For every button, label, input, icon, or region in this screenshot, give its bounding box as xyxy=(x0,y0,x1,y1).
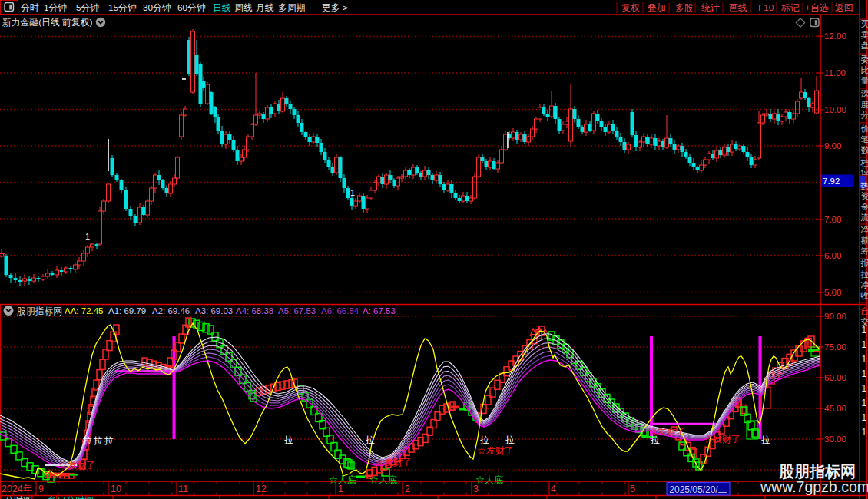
svg-text:30.00: 30.00 xyxy=(824,435,846,444)
svg-text:F10: F10 xyxy=(758,2,774,13)
svg-text:1: 1 xyxy=(862,412,867,423)
svg-text:笔: 笔 xyxy=(861,134,868,144)
svg-text:2024年: 2024年 xyxy=(2,484,32,494)
svg-text:位: 位 xyxy=(861,167,868,176)
svg-text:7.92: 7.92 xyxy=(823,177,840,186)
svg-text:AA: 72.45: AA: 72.45 xyxy=(65,306,104,316)
svg-text:复权: 复权 xyxy=(621,2,640,13)
svg-text:11: 11 xyxy=(178,484,188,494)
svg-text:10: 10 xyxy=(111,484,121,494)
svg-text:12.00: 12.00 xyxy=(824,31,846,41)
svg-text:标记: 标记 xyxy=(781,2,800,13)
svg-text:股朋指标网: 股朋指标网 xyxy=(778,463,856,480)
svg-text:拉: 拉 xyxy=(82,435,92,446)
svg-text:更多 >: 更多 > xyxy=(322,2,348,13)
svg-text:周线: 周线 xyxy=(234,2,253,13)
svg-text:1分钟: 1分钟 xyxy=(44,2,67,13)
svg-text:A1: 69.79: A1: 69.79 xyxy=(108,306,146,316)
svg-text:金: 金 xyxy=(861,202,868,211)
svg-text:9: 9 xyxy=(38,484,44,494)
svg-text:7.00: 7.00 xyxy=(824,215,841,224)
svg-text:日线: 日线 xyxy=(213,2,231,13)
svg-text:额: 额 xyxy=(861,236,868,245)
svg-text:11.00: 11.00 xyxy=(824,68,846,78)
svg-text:1: 1 xyxy=(862,383,867,394)
svg-text:拉: 拉 xyxy=(861,269,868,279)
svg-text:多日分时图: 多日分时图 xyxy=(48,495,94,499)
svg-text:画线: 画线 xyxy=(729,2,747,13)
svg-text:2: 2 xyxy=(405,484,410,494)
svg-text:流: 流 xyxy=(860,213,868,222)
svg-text:价: 价 xyxy=(861,124,868,133)
svg-text:返回: 返回 xyxy=(835,2,853,13)
svg-text:比: 比 xyxy=(861,65,868,74)
svg-text:60分钟: 60分钟 xyxy=(177,2,206,13)
svg-text:分: 分 xyxy=(861,111,868,120)
svg-text:☆发财了: ☆发财了 xyxy=(375,457,412,468)
svg-text:4: 4 xyxy=(551,484,556,494)
svg-text:☆发财了: ☆发财了 xyxy=(704,434,740,444)
svg-text:5.00: 5.00 xyxy=(824,288,841,297)
svg-text:1: 1 xyxy=(338,484,343,494)
svg-text:新力金融(日线.前复权): 新力金融(日线.前复权) xyxy=(2,17,92,28)
svg-text:1: 1 xyxy=(85,232,90,241)
svg-text:45.00: 45.00 xyxy=(824,404,846,413)
svg-text:30分钟: 30分钟 xyxy=(143,2,171,13)
svg-text:6.00: 6.00 xyxy=(824,251,841,260)
svg-text:75.00: 75.00 xyxy=(824,342,846,352)
svg-text:A2: 69.46: A2: 69.46 xyxy=(152,306,190,316)
svg-text:收: 收 xyxy=(861,291,868,300)
svg-text:3: 3 xyxy=(473,484,479,494)
svg-text:A3: 69.03: A3: 69.03 xyxy=(195,306,233,316)
svg-text:A: 67.53: A: 67.53 xyxy=(363,306,396,316)
svg-text:10.00: 10.00 xyxy=(824,105,846,114)
svg-text:净: 净 xyxy=(861,280,868,289)
svg-text:拉: 拉 xyxy=(104,435,114,446)
svg-text:15分钟: 15分钟 xyxy=(108,2,137,13)
svg-text:1: 1 xyxy=(862,427,867,438)
svg-text:筹: 筹 xyxy=(861,246,868,256)
svg-text:☆大底: ☆大底 xyxy=(475,474,503,485)
svg-text:☆发财了: ☆发财了 xyxy=(648,426,685,437)
svg-text:1: 1 xyxy=(862,339,867,350)
svg-text:+自选: +自选 xyxy=(805,2,829,13)
svg-text:拉: 拉 xyxy=(365,435,375,445)
svg-text:拉: 拉 xyxy=(505,435,515,445)
svg-text:9.00: 9.00 xyxy=(824,141,841,150)
svg-text:12: 12 xyxy=(256,484,267,494)
svg-text:多股: 多股 xyxy=(675,2,694,13)
svg-text:A6: 66.54: A6: 66.54 xyxy=(321,306,359,316)
svg-text:☆大底: ☆大底 xyxy=(369,474,397,485)
svg-text:1: 1 xyxy=(862,398,867,408)
svg-text:报: 报 xyxy=(861,259,868,268)
svg-text:1: 1 xyxy=(862,325,867,335)
svg-text:☆发财了: ☆发财了 xyxy=(477,445,514,456)
svg-text:数: 数 xyxy=(861,145,868,154)
svg-text:☆发财了: ☆发财了 xyxy=(58,460,95,471)
svg-text:资: 资 xyxy=(861,191,868,200)
svg-text:拉: 拉 xyxy=(93,435,103,446)
svg-text:60.00: 60.00 xyxy=(824,373,846,382)
svg-text:买: 买 xyxy=(861,19,868,28)
svg-text:卖: 卖 xyxy=(861,30,868,39)
svg-text:自: 自 xyxy=(861,306,868,316)
svg-text:拉: 拉 xyxy=(283,435,293,445)
svg-text:1: 1 xyxy=(350,188,355,197)
svg-text:A4: 68.38: A4: 68.38 xyxy=(236,306,273,316)
svg-text:月线: 月线 xyxy=(256,2,274,13)
svg-text:90.00: 90.00 xyxy=(824,312,846,321)
svg-text:拉: 拉 xyxy=(479,435,489,445)
svg-text:分时: 分时 xyxy=(21,2,39,13)
svg-text:热: 热 xyxy=(860,181,868,190)
svg-text:净: 净 xyxy=(861,225,868,234)
svg-text:www.7gpzb.com: www.7gpzb.com xyxy=(760,478,868,495)
svg-text:2025/05/20/二: 2025/05/20/二 xyxy=(669,484,727,495)
svg-text:拉: 拉 xyxy=(760,435,770,445)
svg-text:委: 委 xyxy=(861,55,868,64)
svg-text:A5: 67.53: A5: 67.53 xyxy=(278,306,316,316)
svg-text:5分钟: 5分钟 xyxy=(76,2,99,13)
svg-text:5: 5 xyxy=(630,484,635,494)
svg-text:盘: 盘 xyxy=(861,41,868,50)
svg-text:深: 深 xyxy=(861,89,868,98)
svg-text:1: 1 xyxy=(862,354,867,365)
